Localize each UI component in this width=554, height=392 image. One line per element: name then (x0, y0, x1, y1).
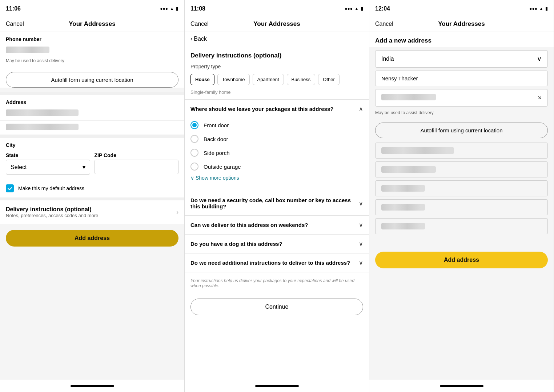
status-bar-1: 11:06 ●●● ▲ ▮ (0, 0, 184, 16)
phone-input[interactable] (0, 44, 184, 57)
wifi-icon: ▲ (170, 6, 174, 11)
address-line1[interactable] (0, 107, 184, 121)
additional-header[interactable]: Do we need additional instructions to de… (185, 253, 369, 272)
dog-section: Do you have a dog at this address? ∨ (185, 234, 369, 253)
country-dropdown[interactable]: India ∨ (375, 50, 548, 68)
autofill-button-1[interactable]: Autofill form using current location (6, 72, 178, 88)
weekend-header[interactable]: Can we deliver to this address on weeken… (185, 216, 369, 234)
nav-bar-3: Cancel Your Addresses (369, 16, 554, 32)
cancel-button-3[interactable]: Cancel (375, 21, 393, 27)
where-packages-section: Where should we leave your packages at t… (185, 99, 369, 191)
add-address-button-1[interactable]: Add address (6, 230, 178, 247)
phone-field-3[interactable]: × (375, 89, 548, 107)
tab-townhome[interactable]: Townhome (217, 74, 250, 85)
default-address-row[interactable]: Make this my default address (0, 179, 184, 197)
battery-icon: ▮ (176, 6, 178, 11)
cancel-button-1[interactable]: Cancel (6, 21, 24, 27)
home-indicator-1 (0, 380, 184, 392)
home-bar-1 (71, 385, 114, 387)
add-new-address-heading: Add a new address (369, 32, 554, 47)
phone-blurred (6, 47, 49, 53)
add-address-button-3[interactable]: Add address (375, 252, 548, 268)
show-more-text: Show more options (196, 175, 239, 181)
back-nav[interactable]: ‹ Back (185, 32, 369, 46)
state-chevron-icon: ▾ (83, 164, 85, 171)
address-field-3-2[interactable] (375, 161, 548, 177)
screen-2: 11:08 ●●● ▲ ▮ Cancel Your Addresses ‹ Ba… (185, 0, 369, 392)
property-type-label: Property type (185, 62, 369, 71)
radio-front-door-btn[interactable] (190, 121, 198, 129)
home-bar-3 (440, 385, 483, 387)
delivery-instructions-row[interactable]: Delivery instructions (optional) Notes, … (0, 197, 184, 224)
screen1-content: Phone number May be used to assist deliv… (0, 32, 184, 380)
where-packages-title: Where should we leave your packages at t… (190, 106, 359, 112)
tab-house[interactable]: House (190, 74, 214, 85)
delivery-instructions-title: Delivery instructions (optional) (6, 206, 98, 213)
country-value: India (381, 56, 394, 62)
radio-front-door[interactable]: Front door (190, 118, 363, 132)
radio-back-door[interactable]: Back door (190, 132, 363, 146)
address-blur-3-5 (381, 223, 425, 229)
address-line2[interactable] (0, 121, 184, 135)
name-field[interactable]: Nensy Thacker (375, 71, 548, 86)
show-more-link[interactable]: ∨ Show more options (190, 173, 363, 185)
state-zip-row: State Select ▾ ZIP Code (0, 149, 184, 179)
footer-note: Your instructions help us deliver your p… (185, 272, 369, 294)
home-bar-2 (255, 385, 299, 387)
city-section: City (0, 138, 184, 149)
radio-outside-garage-btn[interactable] (190, 163, 198, 171)
signal-icon-2: ●●● (345, 6, 353, 11)
home-indicator-2 (185, 380, 369, 392)
default-checkbox[interactable] (6, 184, 14, 192)
single-family-text: Single-family home (185, 88, 369, 99)
address-blur-3-2 (381, 166, 436, 173)
continue-button[interactable]: Continue (190, 299, 363, 315)
delivery-instructions-header-2: Delivery instructions (optional) (185, 46, 369, 62)
back-chevron-icon: ‹ (190, 36, 192, 42)
security-header[interactable]: Do we need a security code, call box num… (185, 191, 369, 215)
additional-title: Do we need additional instructions to de… (190, 260, 359, 266)
dog-header[interactable]: Do you have a dog at this address? ∨ (185, 235, 369, 253)
radio-outside-garage[interactable]: Outside garage (190, 160, 363, 173)
delivery-instructions-content: Delivery instructions (optional) Notes, … (6, 206, 98, 218)
screen3-content: Add a new address India ∨ Nensy Thacker … (369, 32, 554, 380)
radio-front-door-label: Front door (204, 122, 229, 128)
signal-icon: ●●● (160, 6, 168, 11)
radio-side-porch-btn[interactable] (190, 149, 198, 157)
clear-phone-button[interactable]: × (538, 94, 542, 102)
cancel-button-2[interactable]: Cancel (190, 21, 209, 27)
radio-outside-garage-label: Outside garage (204, 164, 241, 170)
address-section: Address (0, 95, 184, 135)
status-icons-2: ●●● ▲ ▮ (345, 6, 363, 11)
state-label: State (6, 149, 90, 160)
zip-label: ZIP Code (95, 149, 179, 160)
radio-side-porch[interactable]: Side porch (190, 146, 363, 160)
time-3: 12:04 (375, 5, 390, 12)
show-more-chevron: ∨ (190, 175, 194, 181)
zip-col: ZIP Code (95, 149, 179, 175)
nav-title-2: Your Addresses (253, 20, 300, 28)
state-dropdown[interactable]: Select ▾ (6, 160, 90, 175)
radio-back-door-label: Back door (204, 136, 228, 142)
state-col: State Select ▾ (6, 149, 90, 175)
address-field-3-4[interactable] (375, 199, 548, 215)
address-field-3-1[interactable] (375, 143, 548, 159)
zip-input[interactable] (95, 160, 179, 174)
weekend-title: Can we deliver to this address on weeken… (190, 222, 359, 228)
address-field-3-3[interactable] (375, 180, 548, 196)
divider-1 (0, 92, 184, 95)
delivery-instructions-sub: Notes, preferences, access codes and mor… (6, 213, 98, 218)
phone-label: Phone number (0, 32, 184, 44)
checkmark-icon (7, 186, 12, 191)
time-2: 11:08 (190, 5, 205, 12)
state-select-label: Select (11, 164, 27, 171)
tab-other[interactable]: Other (318, 74, 340, 85)
radio-back-door-btn[interactable] (190, 135, 198, 143)
additional-chevron: ∨ (359, 259, 363, 266)
status-icons-1: ●●● ▲ ▮ (160, 6, 178, 11)
autofill-button-3[interactable]: Autofill form using current location (375, 123, 548, 138)
where-packages-header[interactable]: Where should we leave your packages at t… (185, 100, 369, 118)
tab-business[interactable]: Business (287, 74, 316, 85)
address-field-3-5[interactable] (375, 218, 548, 234)
tab-apartment[interactable]: Apartment (253, 74, 284, 85)
